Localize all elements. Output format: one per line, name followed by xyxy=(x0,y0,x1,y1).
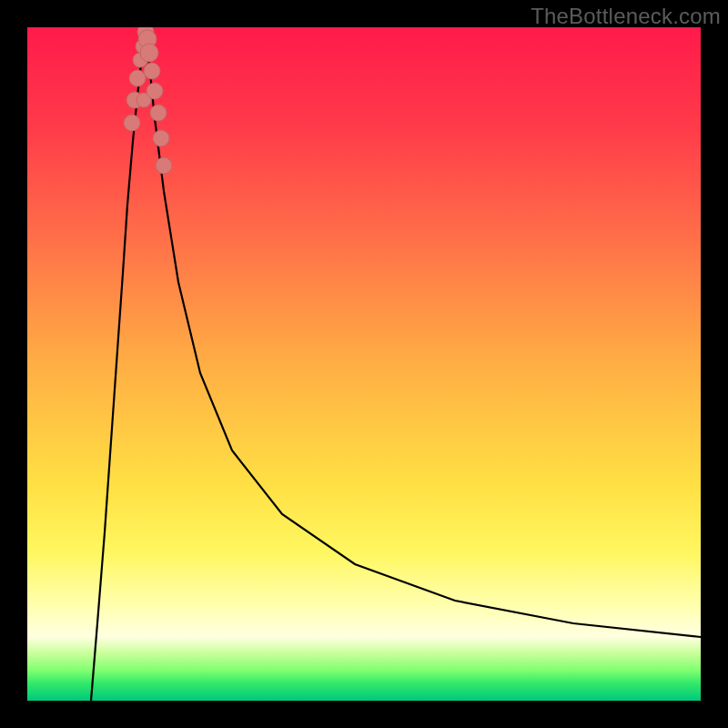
marker-point xyxy=(150,105,167,121)
curve-right-arm xyxy=(146,27,701,637)
marker-point xyxy=(147,83,163,99)
marker-point xyxy=(153,130,169,147)
curve-layer xyxy=(27,27,701,701)
marker-point xyxy=(124,115,140,131)
marker-point xyxy=(144,63,160,79)
marker-point xyxy=(129,70,146,86)
watermark: TheBottleneck.com xyxy=(531,4,721,29)
marker-point xyxy=(140,44,158,62)
plot-area xyxy=(27,27,701,701)
marker-point xyxy=(156,157,172,174)
chart-frame: TheBottleneck.com xyxy=(0,0,728,728)
